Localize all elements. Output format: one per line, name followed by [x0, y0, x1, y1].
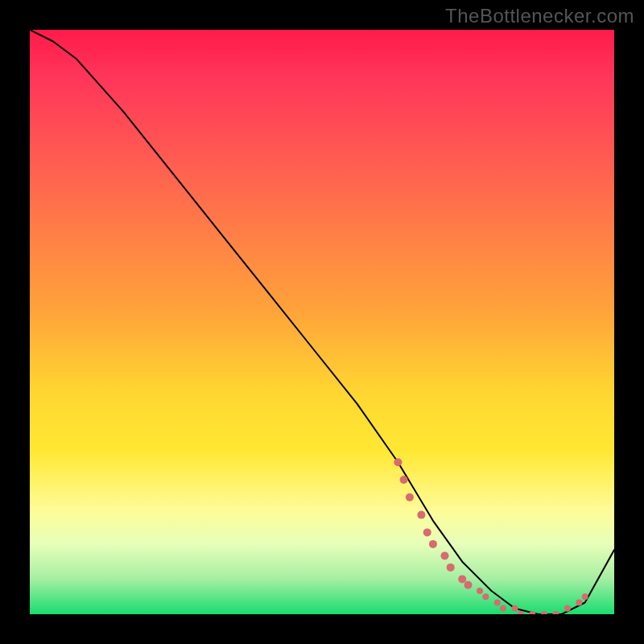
svg-point-8 — [458, 575, 466, 583]
svg-point-20 — [576, 600, 582, 606]
svg-point-11 — [482, 593, 489, 600]
watermark-text: TheBottlenecker.com — [445, 5, 634, 27]
svg-point-4 — [423, 528, 431, 536]
chart-frame: TheBottlenecker.com — [0, 0, 644, 644]
svg-point-6 — [441, 551, 449, 559]
curve-layer — [30, 30, 614, 614]
plot-area — [30, 30, 614, 614]
svg-point-10 — [477, 588, 483, 594]
svg-point-19 — [564, 605, 571, 612]
svg-point-12 — [494, 600, 501, 606]
svg-point-2 — [406, 493, 414, 502]
svg-point-1 — [400, 476, 408, 484]
svg-point-14 — [512, 605, 518, 612]
svg-point-7 — [447, 564, 455, 572]
svg-point-15 — [518, 611, 524, 614]
svg-point-0 — [394, 458, 402, 466]
svg-point-17 — [541, 611, 547, 614]
svg-point-5 — [429, 540, 437, 548]
svg-point-3 — [417, 511, 425, 519]
bottleneck-curve — [30, 30, 614, 614]
svg-point-13 — [500, 605, 506, 612]
svg-point-9 — [464, 581, 473, 589]
svg-point-21 — [582, 593, 588, 600]
svg-point-18 — [552, 611, 559, 614]
